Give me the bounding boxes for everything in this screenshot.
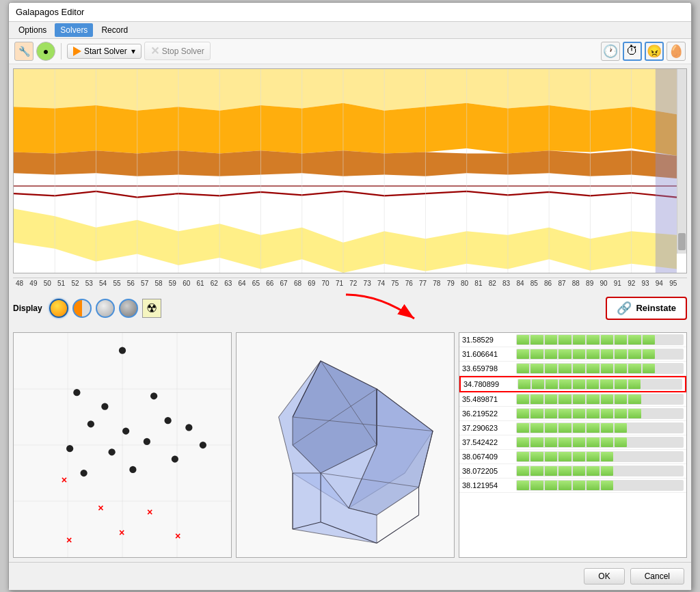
bar-segment xyxy=(656,466,669,476)
start-solver-button[interactable]: Start Solver ▾ xyxy=(67,44,142,59)
value-row[interactable]: 35.489871 xyxy=(459,392,686,407)
cancel-button[interactable]: Cancel xyxy=(630,568,684,584)
bar-segment xyxy=(545,364,557,373)
bar-segment xyxy=(587,335,599,345)
bar-segment xyxy=(573,364,585,373)
bar-segment xyxy=(530,452,543,461)
bar-segment xyxy=(546,379,558,389)
display-icon-dark-grey[interactable] xyxy=(119,299,138,318)
svg-point-40 xyxy=(185,424,192,431)
svg-text:×: × xyxy=(66,534,72,545)
bar-segment xyxy=(558,394,571,404)
timer-icon-btn[interactable]: ⏱ xyxy=(623,42,642,61)
svg-point-43 xyxy=(172,455,178,462)
bar-segment xyxy=(573,394,585,404)
reinstate-button[interactable]: 🔗 Reinstate xyxy=(606,297,687,320)
bar-track xyxy=(516,466,684,476)
value-number: 38.072205 xyxy=(462,467,513,475)
bar-segment xyxy=(517,466,529,476)
content-area: 4849505152535455565758596061626364656667… xyxy=(9,64,691,562)
bar-segment xyxy=(671,466,683,476)
svg-point-39 xyxy=(144,438,150,444)
value-row[interactable]: 31.606641 xyxy=(459,347,686,362)
menu-solvers[interactable]: Solvers xyxy=(55,23,93,37)
value-row[interactable]: 37.290623 xyxy=(459,421,686,435)
bar-segment xyxy=(615,409,627,418)
face-icon-btn[interactable]: 😠 xyxy=(645,42,664,61)
bar-segment xyxy=(669,379,682,389)
bar-segment xyxy=(587,481,599,490)
bar-segment xyxy=(558,481,571,490)
bar-segment xyxy=(558,452,571,461)
svg-point-33 xyxy=(150,392,157,399)
bar-segment xyxy=(656,438,669,447)
bar-segment xyxy=(601,349,613,359)
bar-segment xyxy=(628,466,641,476)
display-icon-orange-half[interactable] xyxy=(72,299,92,318)
chart-scrollbar-thumb[interactable] xyxy=(678,233,686,250)
svg-marker-2 xyxy=(14,150,677,178)
menu-options[interactable]: Options xyxy=(13,23,52,37)
bar-segment xyxy=(545,466,557,476)
bar-segment xyxy=(517,394,529,404)
bar-segment xyxy=(530,349,543,359)
bar-segment xyxy=(530,394,543,404)
bar-segment xyxy=(643,349,655,359)
value-number: 36.219522 xyxy=(462,409,513,418)
bar-segment xyxy=(643,335,655,345)
chart-scrollbar[interactable] xyxy=(677,69,686,254)
bar-segment xyxy=(587,364,599,373)
bar-segment xyxy=(530,364,543,373)
value-number: 38.121954 xyxy=(462,481,513,489)
egg-icon-btn[interactable]: 🥚 xyxy=(667,42,686,61)
clock-icon-btn[interactable]: 🕐 xyxy=(601,42,620,61)
play-icon xyxy=(73,46,81,56)
bar-segment xyxy=(558,466,571,476)
bar-segment xyxy=(643,452,655,461)
bar-segment xyxy=(601,452,613,461)
scatter-svg: × × × × × × xyxy=(14,333,231,557)
svg-point-31 xyxy=(73,389,80,396)
bar-segment xyxy=(545,423,557,433)
bar-segment xyxy=(671,409,683,418)
bar-segment xyxy=(643,438,655,447)
bar-segment xyxy=(601,409,613,418)
bar-segment xyxy=(628,394,641,404)
bar-segment xyxy=(517,335,529,345)
green-circle-btn[interactable]: ● xyxy=(36,42,55,61)
bar-track xyxy=(516,394,684,405)
bar-segment xyxy=(573,438,585,447)
value-row[interactable]: 38.121954 xyxy=(459,479,686,493)
bar-segment xyxy=(615,349,627,359)
settings-icon-btn[interactable]: 🔧 xyxy=(14,42,33,61)
value-row[interactable]: 38.067409 xyxy=(459,450,686,464)
value-number: 37.542422 xyxy=(462,438,513,446)
bar-track xyxy=(516,451,684,462)
bar-segment xyxy=(628,335,641,345)
value-row[interactable]: 37.542422 xyxy=(459,435,686,450)
value-number: 38.067409 xyxy=(462,453,513,461)
value-row[interactable]: 33.659798 xyxy=(459,362,686,376)
display-icon-grey[interactable] xyxy=(96,299,115,318)
stop-solver-button[interactable]: ✕ Stop Solver xyxy=(144,42,211,60)
bar-segment xyxy=(601,394,613,404)
value-number: 37.290623 xyxy=(462,424,513,432)
bar-segment xyxy=(573,349,585,359)
value-row[interactable]: 34.780899 xyxy=(459,376,686,392)
value-row[interactable]: 38.072205 xyxy=(459,464,686,479)
bar-segment xyxy=(628,452,641,461)
bottom-panels: × × × × × × xyxy=(13,332,687,558)
menu-record[interactable]: Record xyxy=(96,23,133,37)
bar-segment xyxy=(587,438,599,447)
display-icon-nuclear[interactable]: ☢ xyxy=(142,299,161,318)
bar-track xyxy=(516,363,684,374)
reinstate-icon: 🔗 xyxy=(617,301,632,316)
value-row[interactable]: 31.58529 xyxy=(459,333,686,347)
value-row[interactable]: 36.219522 xyxy=(459,407,686,421)
display-icon-orange-full[interactable] xyxy=(49,299,68,318)
title-bar: Galapagos Editor xyxy=(9,3,691,22)
values-panel: 31.5852931.60664133.65979834.78089935.48… xyxy=(459,332,687,558)
bar-segment xyxy=(615,379,627,389)
bar-segment xyxy=(587,349,599,359)
ok-button[interactable]: OK xyxy=(584,568,624,584)
